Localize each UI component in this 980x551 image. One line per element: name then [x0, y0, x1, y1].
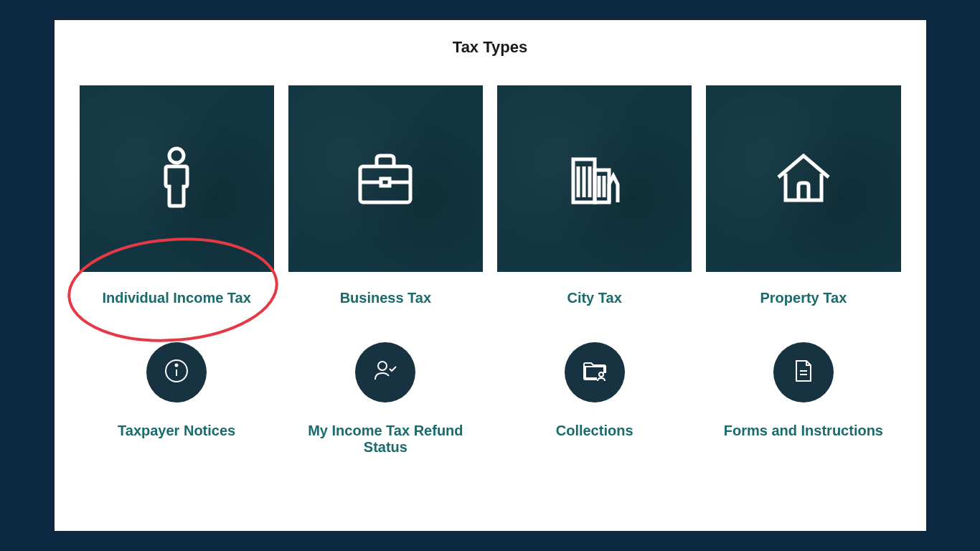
folder-person-icon — [580, 357, 609, 388]
briefcase-icon — [349, 141, 421, 216]
card-image — [288, 85, 483, 272]
card-image — [706, 85, 900, 272]
buildings-icon — [559, 141, 631, 216]
icon-circle — [355, 342, 415, 402]
svg-point-1 — [169, 149, 184, 163]
svg-rect-10 — [595, 170, 609, 202]
item-refund-status[interactable]: My Income Tax Refund Status — [288, 342, 483, 456]
icon-label: My Income Tax Refund Status — [296, 423, 475, 456]
svg-point-17 — [599, 372, 603, 377]
icon-label: Forms and Instructions — [724, 423, 883, 439]
page-title: Tax Types — [80, 38, 901, 57]
icon-circle — [773, 342, 834, 402]
card-image — [80, 85, 274, 272]
icon-circle — [146, 342, 207, 402]
info-icon — [162, 357, 191, 388]
item-collections[interactable]: Collections — [497, 342, 692, 456]
item-taxpayer-notices[interactable]: Taxpayer Notices — [80, 342, 274, 456]
tax-cards-row: Individual Income Tax Business Tax — [80, 85, 901, 306]
item-forms-instructions[interactable]: Forms and Instructions — [706, 342, 900, 456]
svg-point-16 — [378, 362, 387, 370]
icon-items-row: Taxpayer Notices My Income Tax Refund St… — [80, 342, 901, 456]
icon-label: Taxpayer Notices — [118, 423, 235, 439]
card-image — [497, 85, 692, 272]
house-icon — [768, 141, 839, 216]
document-icon — [789, 357, 818, 388]
card-property-tax[interactable]: Property Tax — [706, 85, 900, 306]
content-panel: Tax Types Individual Income Tax — [55, 20, 926, 531]
card-individual-income-tax[interactable]: Individual Income Tax — [80, 85, 274, 306]
card-business-tax[interactable]: Business Tax — [288, 85, 483, 306]
person-check-icon — [371, 357, 400, 388]
card-city-tax[interactable]: City Tax — [497, 85, 692, 306]
card-label: Business Tax — [340, 290, 431, 306]
svg-rect-3 — [381, 179, 390, 186]
svg-point-15 — [176, 364, 178, 367]
person-icon — [141, 141, 212, 216]
card-label: Individual Income Tax — [102, 290, 250, 306]
icon-label: Collections — [556, 423, 633, 439]
icon-circle — [565, 342, 625, 402]
card-label: Property Tax — [760, 290, 847, 306]
card-label: City Tax — [567, 290, 621, 306]
